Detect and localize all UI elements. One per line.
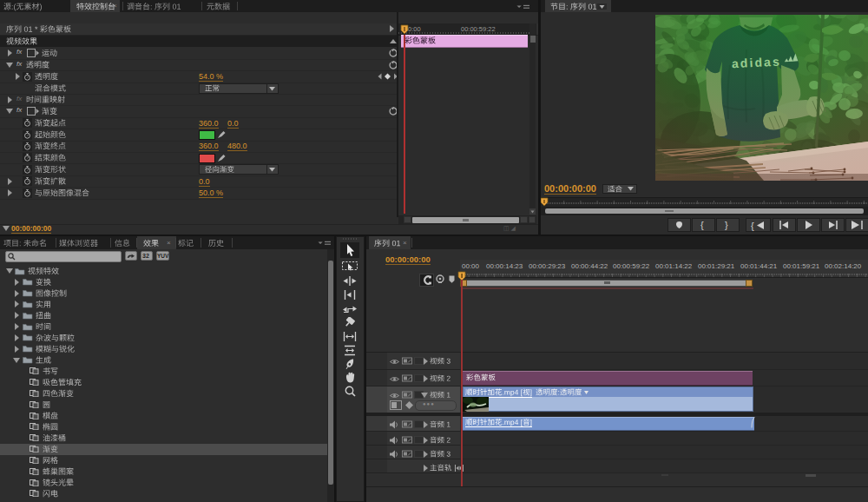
svg-text:}: } — [725, 220, 728, 230]
svg-text:{: { — [751, 221, 754, 231]
svg-text:{: { — [700, 220, 704, 230]
